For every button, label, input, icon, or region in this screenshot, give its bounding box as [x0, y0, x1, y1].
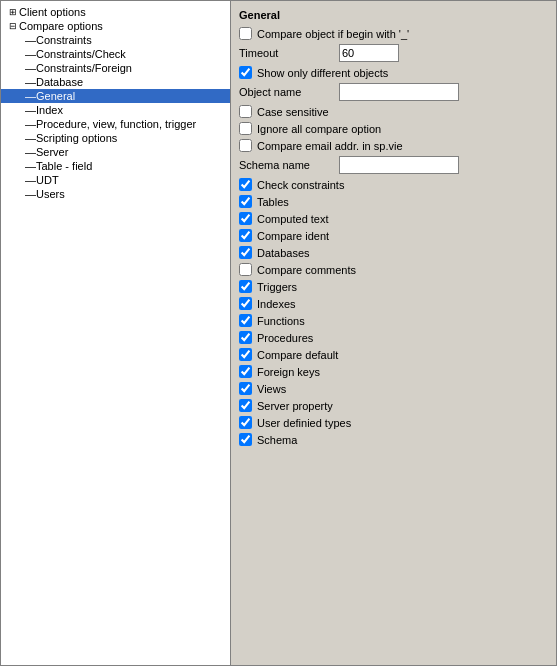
- foreign-keys-row: Foreign keys: [239, 365, 548, 378]
- computed-text-checkbox[interactable]: [239, 212, 252, 225]
- server-property-label: Server property: [257, 400, 333, 412]
- compare-default-label: Compare default: [257, 349, 338, 361]
- functions-row: Functions: [239, 314, 548, 327]
- tree-item-compare-options[interactable]: ⊟ Compare options: [1, 19, 230, 33]
- tree-item-index[interactable]: — Index: [1, 103, 230, 117]
- case-sensitive-row: Case sensitive: [239, 105, 548, 118]
- tree-dash-icon: —: [25, 132, 36, 144]
- tree-item-general[interactable]: — General: [1, 89, 230, 103]
- tables-checkbox[interactable]: [239, 195, 252, 208]
- object-name-label: Object name: [239, 86, 339, 98]
- expand-icon: ⊞: [9, 7, 17, 17]
- indexes-checkbox[interactable]: [239, 297, 252, 310]
- schema-name-row: Schema name: [239, 156, 548, 174]
- schema-checkbox[interactable]: [239, 433, 252, 446]
- tree-item-table-field[interactable]: — Table - field: [1, 159, 230, 173]
- tree-item-scripting-options[interactable]: — Scripting options: [1, 131, 230, 145]
- compare-begin-underscore-label: Compare object if begin with '_': [257, 28, 409, 40]
- schema-name-label: Schema name: [239, 159, 339, 171]
- tree-item-label: Constraints/Check: [36, 48, 126, 60]
- tree-dash-icon: —: [25, 104, 36, 116]
- tree-item-constraints-foreign[interactable]: — Constraints/Foreign: [1, 61, 230, 75]
- tree-dash-icon: —: [25, 90, 36, 102]
- procedures-checkbox[interactable]: [239, 331, 252, 344]
- collapse-icon: ⊟: [9, 21, 17, 31]
- compare-begin-underscore-row: Compare object if begin with '_': [239, 27, 548, 40]
- timeout-input[interactable]: [339, 44, 399, 62]
- tree-dash-icon: —: [25, 118, 36, 130]
- show-different-checkbox[interactable]: [239, 66, 252, 79]
- tree-item-label: Compare options: [19, 20, 103, 32]
- compare-ident-checkbox[interactable]: [239, 229, 252, 242]
- user-defined-types-checkbox[interactable]: [239, 416, 252, 429]
- compare-begin-underscore-checkbox[interactable]: [239, 27, 252, 40]
- tree-item-label: Table - field: [36, 160, 92, 172]
- compare-ident-row: Compare ident: [239, 229, 548, 242]
- case-sensitive-label: Case sensitive: [257, 106, 329, 118]
- check-constraints-label: Check constraints: [257, 179, 344, 191]
- compare-email-row: Compare email addr. in sp.vie: [239, 139, 548, 152]
- procedures-row: Procedures: [239, 331, 548, 344]
- compare-default-checkbox[interactable]: [239, 348, 252, 361]
- show-different-label: Show only different objects: [257, 67, 388, 79]
- computed-text-row: Computed text: [239, 212, 548, 225]
- object-name-input[interactable]: [339, 83, 459, 101]
- tree-item-label: UDT: [36, 174, 59, 186]
- tree-dash-icon: —: [25, 76, 36, 88]
- tree-item-label: Server: [36, 146, 68, 158]
- timeout-label: Timeout: [239, 47, 339, 59]
- tree-item-procedure-view[interactable]: — Procedure, view, function, trigger: [1, 117, 230, 131]
- compare-email-checkbox[interactable]: [239, 139, 252, 152]
- tree-item-label: Users: [36, 188, 65, 200]
- tree-item-label: Index: [36, 104, 63, 116]
- ignore-all-checkbox[interactable]: [239, 122, 252, 135]
- tree-dash-icon: —: [25, 174, 36, 186]
- compare-default-row: Compare default: [239, 348, 548, 361]
- timeout-row: Timeout: [239, 44, 548, 62]
- tree-dash-icon: —: [25, 146, 36, 158]
- views-checkbox[interactable]: [239, 382, 252, 395]
- triggers-checkbox[interactable]: [239, 280, 252, 293]
- ignore-all-label: Ignore all compare option: [257, 123, 381, 135]
- tree-dash-icon: —: [25, 34, 36, 46]
- procedures-label: Procedures: [257, 332, 313, 344]
- databases-checkbox[interactable]: [239, 246, 252, 259]
- tables-label: Tables: [257, 196, 289, 208]
- compare-comments-row: Compare comments: [239, 263, 548, 276]
- tree-item-label: Database: [36, 76, 83, 88]
- foreign-keys-label: Foreign keys: [257, 366, 320, 378]
- views-label: Views: [257, 383, 286, 395]
- databases-row: Databases: [239, 246, 548, 259]
- foreign-keys-checkbox[interactable]: [239, 365, 252, 378]
- ignore-all-row: Ignore all compare option: [239, 122, 548, 135]
- server-property-checkbox[interactable]: [239, 399, 252, 412]
- tree-item-constraints-check[interactable]: — Constraints/Check: [1, 47, 230, 61]
- compare-ident-label: Compare ident: [257, 230, 329, 242]
- object-name-row: Object name: [239, 83, 548, 101]
- schema-name-input[interactable]: [339, 156, 459, 174]
- tree-item-label: Procedure, view, function, trigger: [36, 118, 196, 130]
- schema-row: Schema: [239, 433, 548, 446]
- schema-label: Schema: [257, 434, 297, 446]
- server-property-row: Server property: [239, 399, 548, 412]
- case-sensitive-checkbox[interactable]: [239, 105, 252, 118]
- tree-dash-icon: —: [25, 62, 36, 74]
- tree-item-users[interactable]: — Users: [1, 187, 230, 201]
- tree-item-label: Client options: [19, 6, 86, 18]
- tree-item-label: Scripting options: [36, 132, 117, 144]
- tree-item-database[interactable]: — Database: [1, 75, 230, 89]
- compare-email-label: Compare email addr. in sp.vie: [257, 140, 403, 152]
- triggers-row: Triggers: [239, 280, 548, 293]
- tree-dash-icon: —: [25, 188, 36, 200]
- functions-checkbox[interactable]: [239, 314, 252, 327]
- tree-item-udt[interactable]: — UDT: [1, 173, 230, 187]
- right-content-panel: General Compare object if begin with '_'…: [231, 1, 556, 665]
- indexes-label: Indexes: [257, 298, 296, 310]
- check-constraints-checkbox[interactable]: [239, 178, 252, 191]
- tree-item-client-options[interactable]: ⊞ Client options: [1, 5, 230, 19]
- tree-item-constraints[interactable]: — Constraints: [1, 33, 230, 47]
- tree-item-server[interactable]: — Server: [1, 145, 230, 159]
- triggers-label: Triggers: [257, 281, 297, 293]
- tree-item-label: Constraints/Foreign: [36, 62, 132, 74]
- compare-comments-checkbox[interactable]: [239, 263, 252, 276]
